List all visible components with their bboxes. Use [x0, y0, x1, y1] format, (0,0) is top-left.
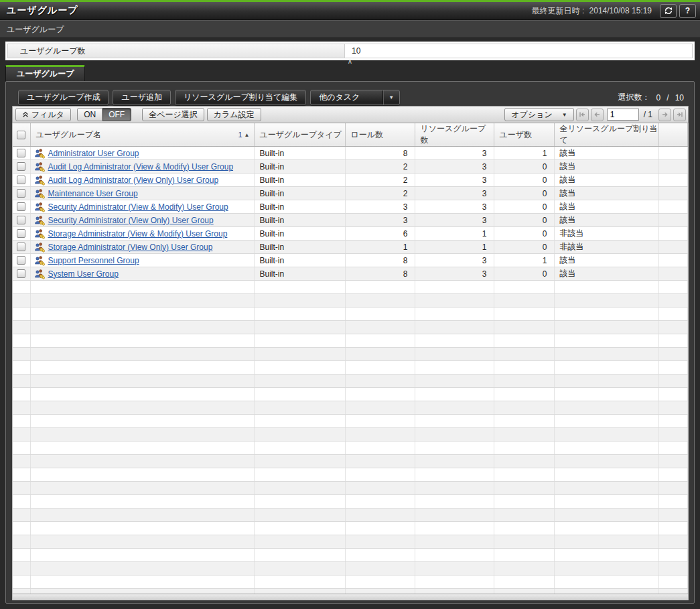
row-checkbox[interactable]	[17, 256, 25, 265]
empty-cell	[658, 375, 688, 388]
empty-cell	[658, 415, 688, 428]
options-button[interactable]: オプション ▼	[504, 108, 573, 121]
cell-role-count: 8	[345, 254, 415, 267]
user-group-icon	[34, 215, 45, 226]
last-updated: 最終更新日時 : 2014/10/08 15:19	[529, 5, 652, 17]
cell-user-group-type: Built-in	[254, 174, 345, 187]
cell-role-count: 2	[345, 174, 415, 187]
empty-cell	[494, 442, 554, 455]
user-group-link[interactable]: Audit Log Administrator (View Only) User…	[48, 176, 219, 185]
cell-all-resource-group-assignment: 該当	[554, 147, 658, 160]
user-group-link[interactable]: Support Personnel Group	[48, 256, 139, 265]
other-tasks-button[interactable]: 他のタスク ▼	[310, 90, 400, 105]
dropdown-caret-icon: ▼	[562, 112, 567, 118]
cell-extra	[658, 160, 688, 174]
next-page-button[interactable]	[658, 109, 671, 121]
cell-user-group-type: Built-in	[254, 160, 345, 174]
user-group-link[interactable]: Security Administrator (View & Modify) U…	[48, 202, 228, 212]
empty-cell	[415, 415, 494, 428]
page-number-input[interactable]	[607, 109, 639, 121]
filter-on-button[interactable]: ON	[77, 108, 102, 121]
add-user-button[interactable]: ユーザ追加	[113, 90, 171, 105]
empty-cell	[494, 308, 554, 321]
empty-cell	[254, 428, 345, 442]
empty-table-row	[13, 535, 688, 549]
refresh-button[interactable]	[660, 4, 677, 18]
empty-cell	[345, 308, 415, 321]
empty-cell	[658, 576, 688, 589]
first-page-icon	[578, 111, 586, 119]
last-page-icon	[676, 111, 684, 119]
cell-resource-group-count: 3	[415, 160, 494, 174]
edit-resource-group-assignment-button[interactable]: リソースグループ割り当て編集	[175, 90, 306, 105]
cell-resource-group-count: 3	[415, 214, 494, 227]
empty-cell	[415, 308, 494, 321]
row-checkbox[interactable]	[17, 243, 25, 251]
table-row: Storage Administrator (View Only) User G…	[13, 241, 688, 254]
collapse-up-icon	[22, 111, 29, 118]
empty-table-row	[13, 281, 688, 294]
cell-role-count: 3	[345, 214, 415, 227]
empty-cell	[494, 415, 554, 428]
collapse-chevron-icon: ∧	[348, 58, 352, 65]
empty-cell	[415, 576, 494, 589]
tab-user-groups[interactable]: ユーザグループ	[5, 65, 85, 81]
filter-off-button[interactable]: OFF	[102, 108, 131, 121]
column-header-user-group-type[interactable]: ユーザグループタイプ	[254, 123, 345, 147]
column-header-resource-group-count[interactable]: リソースグループ数	[415, 123, 494, 147]
empty-cell	[658, 361, 688, 375]
row-checkbox[interactable]	[17, 269, 25, 278]
column-header-all-resource-group-assignment[interactable]: 全リソースグループ割り当て	[554, 123, 658, 147]
empty-cell	[415, 509, 494, 522]
select-all-pages-button[interactable]: 全ページ選択	[142, 108, 204, 121]
column-header-user-group-name[interactable]: ユーザグループ名 1 ▲	[30, 123, 254, 147]
prev-page-button[interactable]	[591, 109, 604, 121]
user-group-link[interactable]: Administrator User Group	[48, 149, 139, 158]
empty-cell	[415, 334, 494, 348]
row-checkbox[interactable]	[17, 229, 25, 238]
empty-cell	[254, 509, 345, 522]
empty-cell	[254, 455, 345, 468]
cell-all-resource-group-assignment: 該当	[554, 267, 658, 281]
empty-cell	[13, 482, 30, 495]
row-checkbox[interactable]	[17, 176, 25, 184]
user-group-link[interactable]: Maintenance User Group	[48, 189, 138, 198]
options-button-label: オプション	[511, 109, 552, 121]
first-page-button[interactable]	[576, 109, 589, 121]
cell-user-group-name: Maintenance User Group	[30, 187, 254, 200]
summary-collapse-toggle[interactable]: ∧	[0, 60, 700, 65]
empty-cell	[345, 442, 415, 455]
cell-extra	[658, 174, 688, 187]
last-page-button[interactable]	[673, 109, 686, 121]
user-group-link[interactable]: System User Group	[48, 269, 119, 279]
dropdown-caret-icon: ▼	[382, 90, 399, 105]
filter-toggle-button[interactable]: フィルタ	[15, 108, 71, 121]
cell-user-group-name: System User Group	[30, 267, 254, 281]
empty-cell	[13, 308, 30, 321]
user-group-link[interactable]: Security Administrator (View Only) User …	[48, 216, 214, 225]
cell-extra	[658, 227, 688, 241]
select-all-checkbox[interactable]	[17, 131, 25, 139]
create-user-group-button[interactable]: ユーザグループ作成	[18, 90, 109, 105]
horizontal-scrollbar[interactable]	[12, 594, 689, 600]
user-group-icon	[34, 161, 45, 172]
empty-cell	[13, 281, 30, 294]
column-settings-button[interactable]: カラム設定	[207, 108, 261, 121]
row-checkbox[interactable]	[17, 216, 25, 224]
title-bar: ユーザグループ 最終更新日時 : 2014/10/08 15:19 ?	[0, 2, 700, 20]
cell-user-count: 0	[494, 160, 554, 174]
empty-cell	[658, 549, 688, 562]
column-header-role-count[interactable]: ロール数	[345, 123, 415, 147]
row-checkbox[interactable]	[17, 202, 25, 211]
empty-table-row	[13, 442, 688, 455]
help-button[interactable]: ?	[679, 4, 696, 18]
row-checkbox[interactable]	[17, 162, 25, 171]
user-group-link[interactable]: Audit Log Administrator (View & Modify) …	[48, 162, 234, 172]
column-header-user-count[interactable]: ユーザ数	[494, 123, 554, 147]
user-group-link[interactable]: Storage Administrator (View Only) User G…	[48, 243, 213, 252]
user-group-link[interactable]: Storage Administrator (View & Modify) Us…	[48, 229, 228, 239]
row-checkbox[interactable]	[17, 149, 25, 157]
row-checkbox[interactable]	[17, 189, 25, 198]
cell-user-group-type: Built-in	[254, 200, 345, 214]
empty-cell	[415, 482, 494, 495]
